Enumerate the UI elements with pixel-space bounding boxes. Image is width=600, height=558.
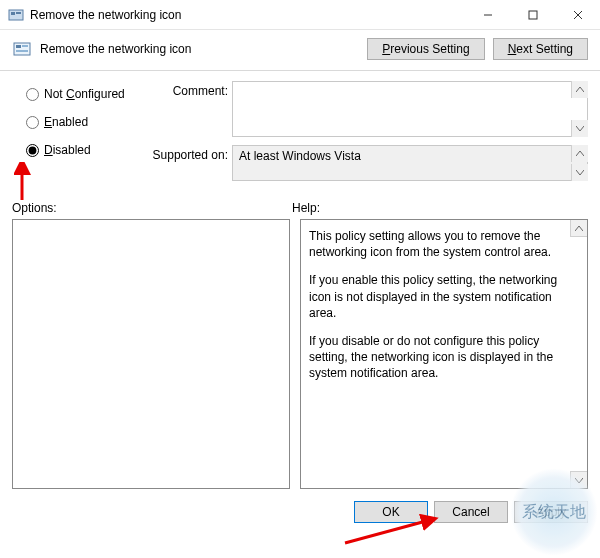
apply-button[interactable]: Apply <box>514 501 588 523</box>
maximize-button[interactable] <box>510 0 555 29</box>
svg-rect-7 <box>14 43 30 55</box>
comment-textarea[interactable] <box>232 81 588 137</box>
scroll-up-icon[interactable] <box>571 145 588 162</box>
dialog-buttons: OK Cancel Apply <box>0 497 600 533</box>
help-paragraph: If you disable or do not configure this … <box>309 333 565 382</box>
panes-row: This policy setting allows you to remove… <box>0 219 600 497</box>
minimize-button[interactable] <box>465 0 510 29</box>
form-column: Comment: Supported on: At least Windows … <box>142 81 588 189</box>
previous-setting-button[interactable]: Previous Setting <box>367 38 484 60</box>
next-setting-button[interactable]: Next Setting <box>493 38 588 60</box>
comment-row: Comment: <box>142 81 588 137</box>
title-bar: Remove the networking icon <box>0 0 600 30</box>
help-paragraph: If you enable this policy setting, the n… <box>309 272 565 321</box>
state-radios: Not Configured Enabled Disabled <box>12 81 142 189</box>
header-row: Remove the networking icon Previous Sett… <box>0 30 600 71</box>
radio-enabled-input[interactable] <box>26 116 39 129</box>
close-button[interactable] <box>555 0 600 29</box>
scroll-down-icon[interactable] <box>570 471 587 488</box>
radio-enabled[interactable]: Enabled <box>26 115 142 129</box>
comment-label: Comment: <box>142 81 232 98</box>
svg-rect-8 <box>16 45 21 48</box>
header-title: Remove the networking icon <box>40 42 359 56</box>
supported-row: Supported on: At least Windows Vista <box>142 145 588 181</box>
radio-not-configured[interactable]: Not Configured <box>26 87 142 101</box>
svg-rect-1 <box>11 12 15 15</box>
radio-not-configured-input[interactable] <box>26 88 39 101</box>
scroll-up-icon[interactable] <box>571 81 588 98</box>
help-text: This policy setting allows you to remove… <box>301 220 587 402</box>
svg-rect-10 <box>16 50 28 52</box>
help-paragraph: This policy setting allows you to remove… <box>309 228 565 260</box>
options-pane <box>12 219 290 489</box>
window-title: Remove the networking icon <box>30 8 465 22</box>
radio-disabled-input[interactable] <box>26 144 39 157</box>
radio-enabled-label: Enabled <box>44 115 88 129</box>
help-pane: This policy setting allows you to remove… <box>300 219 588 489</box>
pane-labels: Options: Help: <box>0 195 600 219</box>
radio-not-configured-label: Not Configured <box>44 87 125 101</box>
scroll-up-icon[interactable] <box>570 220 587 237</box>
ok-button[interactable]: OK <box>354 501 428 523</box>
supported-on-field: At least Windows Vista <box>232 145 588 181</box>
radio-disabled-label: Disabled <box>44 143 91 157</box>
scroll-down-icon[interactable] <box>571 120 588 137</box>
scroll-down-icon[interactable] <box>571 164 588 181</box>
svg-rect-2 <box>16 12 21 14</box>
help-label: Help: <box>292 201 588 215</box>
radio-disabled[interactable]: Disabled <box>26 143 142 157</box>
policy-icon <box>12 39 32 59</box>
supported-label: Supported on: <box>142 145 232 162</box>
svg-rect-4 <box>529 11 537 19</box>
settings-section: Not Configured Enabled Disabled Comment:… <box>0 71 600 193</box>
cancel-button[interactable]: Cancel <box>434 501 508 523</box>
window-controls <box>465 0 600 29</box>
app-icon <box>8 7 24 23</box>
svg-rect-9 <box>22 45 28 47</box>
options-label: Options: <box>12 201 292 215</box>
